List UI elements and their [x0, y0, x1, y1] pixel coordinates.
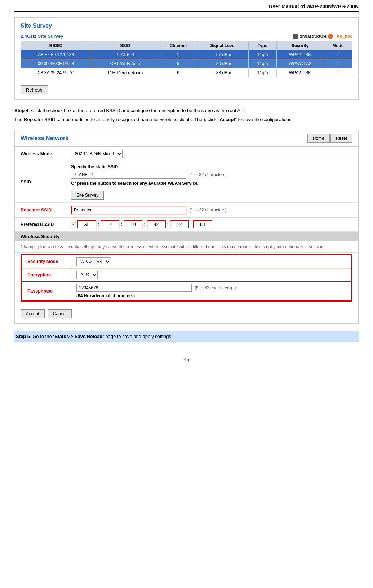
encryption-row: Encryption AES — [22, 268, 352, 281]
survey-cell: A8:F7:E0:42:12:83 — [21, 50, 91, 59]
wireless-security-header: Wireless Security — [15, 232, 358, 241]
col-mode: Mode — [324, 41, 352, 50]
repeater-ssid-hint: (1 to 32 characters) — [189, 208, 227, 213]
adhoc-icon — [328, 34, 333, 39]
reset-button[interactable]: Reset — [330, 134, 352, 143]
survey-table-row[interactable]: C8:3A:35:24:65:7C11F_Demo_Room6-83 dBm11… — [21, 68, 352, 77]
security-mode-label: Security Mode — [22, 255, 72, 268]
mode-icon: i — [324, 59, 352, 68]
cancel-button[interactable]: Cancel — [48, 309, 72, 318]
survey-cell: 11g/n — [249, 50, 276, 59]
ssid-char-hint: (1 to 32 characters) — [189, 172, 227, 177]
bssid-field-2[interactable] — [101, 220, 119, 228]
step5-bold: Status-> Save/Reload — [55, 334, 103, 339]
security-mode-row: Security Mode WPA2-PSK — [22, 255, 352, 268]
page-header: User Manual of WAP-200N/WBS-200N — [14, 4, 359, 12]
wireless-mode-row: Wireless Mode 802.11 B/G/N Mixed — [15, 147, 358, 161]
site-survey-panel: Site Survey 2.4GHz Site Survey :Infrastr… — [14, 17, 359, 100]
col-bssid: BSSID — [21, 41, 91, 50]
survey-cell: 1 — [159, 50, 197, 59]
col-signal: Signal Level — [197, 41, 249, 50]
bssid-row: ✓ : : : : : — [71, 220, 352, 228]
survey-cell: -83 dBm — [197, 68, 249, 77]
passphrase-label: Passphrase — [22, 281, 72, 300]
accept-button[interactable]: Accept — [21, 309, 45, 318]
col-type: Type — [249, 41, 276, 50]
step5-block: Step 5. Go to the “Status-> Save/Reload”… — [14, 331, 359, 343]
passphrase-hint1: (8 to 63 characters) or — [195, 285, 237, 290]
bssid-field-4[interactable] — [147, 220, 166, 228]
preferred-bssid-content: ✓ : : : : : — [65, 217, 358, 231]
survey-table-row[interactable]: A8:F7:E0:42:12:83PLANET11-57 dBm11g/nWPA… — [21, 50, 352, 59]
bssid-colon-2: : — [121, 222, 122, 227]
bssid-colon-1: : — [98, 222, 99, 227]
page-number: -46- — [14, 357, 359, 362]
security-fields-table: Security Mode WPA2-PSK Encryption AES — [21, 255, 352, 301]
ssid-or-label: Or press the button to search for any av… — [71, 181, 352, 186]
wn-fields-table: Wireless Mode 802.11 B/G/N Mixed SSID Sp… — [15, 147, 358, 232]
wn-header: Wireless Network Home Reset — [15, 130, 358, 147]
survey-legend: :Infrastructure :Ad_hoc — [293, 34, 352, 39]
step5-label: Step 5 — [16, 334, 30, 339]
security-mode-value-cell: WPA2-PSK — [72, 255, 352, 268]
bssid-colon-5: : — [190, 222, 192, 227]
step5-text2: ” page to save and apply settings. — [102, 334, 172, 339]
encryption-label: Encryption — [22, 268, 72, 281]
survey-cell: 6 — [159, 68, 197, 77]
mode-icon: i — [324, 50, 352, 59]
repeater-ssid-label: Repeater SSID — [15, 202, 65, 217]
bssid-colon-3: : — [144, 222, 145, 227]
bssid-field-1[interactable] — [77, 220, 96, 228]
repeater-ssid-content: (1 to 32 characters) — [65, 202, 358, 217]
survey-cell: WPA2-PSK — [276, 50, 324, 59]
survey-table-row[interactable]: 00:30:4F:CE:94:63CHT Wi-Fi Auto5-80 dBm1… — [21, 59, 352, 68]
wireless-network-panel: Wireless Network Home Reset Wireless Mod… — [14, 130, 359, 324]
step4-accept-bold: Accept — [219, 117, 235, 122]
site-survey-button[interactable]: Site Survey — [71, 191, 104, 200]
passphrase-input[interactable] — [76, 284, 192, 292]
passphrase-hint2: (64 Hexadecimal characters) — [76, 293, 347, 298]
survey-cell: 11g/n — [249, 59, 276, 68]
step4-block: Step 4. Click the check box of the prefe… — [14, 107, 359, 124]
security-mode-select[interactable]: WPA2-PSK — [76, 257, 111, 266]
infra-icon — [293, 34, 298, 39]
wn-title: Wireless Network — [21, 135, 68, 142]
ssid-input-row: (1 to 32 characters) — [71, 171, 352, 179]
col-security: Security — [276, 41, 324, 50]
survey-cell: -57 dBm — [197, 50, 249, 59]
survey-table: BSSID SSID Channel Signal Level Type Sec… — [21, 41, 352, 77]
bssid-field-6[interactable] — [193, 220, 212, 228]
step5-text1: . Go to the “ — [30, 334, 55, 339]
refresh-button-row: Refresh — [21, 81, 352, 94]
ssid-input[interactable] — [71, 171, 186, 179]
wireless-mode-value-cell: 802.11 B/G/N Mixed — [65, 147, 358, 161]
wireless-mode-select[interactable]: 802.11 B/G/N Mixed — [71, 150, 123, 158]
encryption-value-cell: AES — [72, 268, 352, 281]
mode-icon: i — [324, 68, 352, 77]
wn-nav-buttons: Home Reset — [307, 134, 352, 143]
survey-cell: CHT Wi-Fi Auto — [91, 59, 159, 68]
refresh-button[interactable]: Refresh — [21, 85, 48, 94]
bssid-checkbox[interactable]: ✓ — [71, 222, 76, 227]
repeater-ssid-input[interactable] — [71, 206, 186, 214]
bssid-field-3[interactable] — [124, 220, 142, 228]
adhoc-label: :Ad_hoc — [335, 34, 352, 39]
survey-cell: 11g/n — [249, 68, 276, 77]
security-warning: Changing the wireless security settings … — [15, 241, 358, 253]
encryption-select[interactable]: AES — [76, 271, 98, 279]
home-button[interactable]: Home — [307, 134, 330, 143]
repeater-ssid-row: Repeater SSID (1 to 32 characters) — [15, 202, 358, 217]
bssid-field-5[interactable] — [170, 220, 189, 228]
freq-label: 2.4GHz Site Survey — [21, 34, 63, 39]
col-ssid: SSID — [91, 41, 159, 50]
infra-label: :Infrastructure — [300, 34, 327, 39]
passphrase-value-cell: (8 to 63 characters) or (64 Hexadecimal … — [72, 281, 352, 300]
survey-table-header: BSSID SSID Channel Signal Level Type Sec… — [21, 41, 352, 50]
wireless-mode-label: Wireless Mode — [15, 147, 65, 161]
passphrase-input-row: (8 to 63 characters) or — [76, 284, 347, 292]
survey-cell: PLANET1 — [91, 50, 159, 59]
survey-cell: WPA2-PSK — [276, 68, 324, 77]
ssid-content-cell: Specify the static SSID : (1 to 32 chara… — [65, 161, 358, 202]
step4-text2-pre: The Repeater SSID can be modified to an … — [14, 117, 219, 122]
step4-text1-rest: . Click the check box of the preferred B… — [28, 108, 244, 113]
